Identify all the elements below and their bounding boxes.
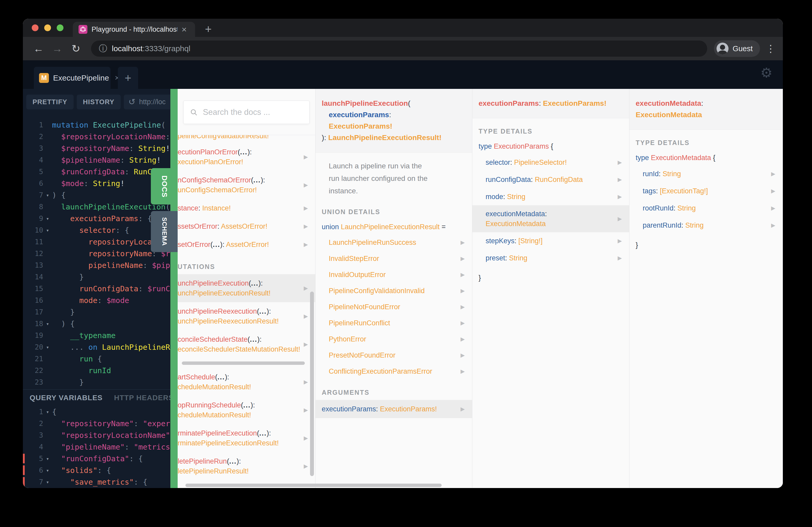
docs-item-partial[interactable]: pelineConfigValidationResult!	[178, 135, 315, 143]
editor-line[interactable]: 22 runId	[23, 365, 170, 376]
editor-line[interactable]: 12 repositoryName: $repositoryName	[23, 247, 170, 259]
docs-union-member[interactable]: ConflictingExecutionParamsError▶	[316, 363, 472, 379]
tab-docs[interactable]: DOCS	[151, 168, 178, 205]
playground-new-tab-button[interactable]: +	[118, 67, 138, 89]
fold-toggle-icon[interactable]: ▾	[43, 215, 52, 222]
docs-item[interactable]: nConfigSchemaOrError(...):unConfigSchema…	[178, 171, 315, 199]
editor-line[interactable]: 8 launchPipelineExecution(	[23, 201, 170, 213]
zoom-window-button[interactable]	[57, 25, 63, 31]
fold-toggle-icon[interactable]: ▾	[43, 227, 52, 234]
docs-item[interactable]: stance: Instance!▶	[178, 199, 315, 217]
fold-toggle-icon[interactable]: ▾	[43, 455, 52, 462]
docs-item[interactable]: ecutionPlanOrError(...):xecutionPlanOrEr…	[178, 143, 315, 171]
close-window-button[interactable]	[32, 25, 39, 31]
history-button[interactable]: HISTORY	[77, 94, 121, 109]
editor-line[interactable]: 10▾ selector: {	[23, 224, 170, 236]
docs-search-input[interactable]	[203, 108, 303, 117]
docs-union-member[interactable]: PipelineRunConflict▶	[316, 315, 472, 331]
editor-line[interactable]: 6▾ "solids": {	[23, 464, 170, 476]
docs-search-box[interactable]	[183, 101, 309, 124]
docs-item[interactable]: preset: String▶	[472, 250, 629, 267]
docs-item[interactable]: unchPipelineReexecution(...):unchPipelin…	[178, 302, 315, 330]
editor-line[interactable]: 2 "repositoryName": "exper	[23, 418, 170, 429]
editor-line[interactable]: 18▾ ) {	[23, 318, 170, 330]
vertical-scrollbar-thumb[interactable]	[310, 291, 314, 476]
editor-line[interactable]: 5▾ "runConfigData": {	[23, 453, 170, 464]
editor-line[interactable]: 1▾{	[23, 406, 170, 418]
variables-editor[interactable]: 1▾{2 "repositoryName": "exper3 "reposito…	[23, 406, 170, 488]
minimize-window-button[interactable]	[44, 25, 51, 31]
docs-union-member[interactable]: PipelineNotFoundError▶	[316, 299, 472, 315]
reload-icon[interactable]: ↻	[68, 43, 84, 55]
fold-toggle-icon[interactable]: ▾	[43, 321, 52, 327]
profile-button[interactable]: Guest	[714, 40, 760, 57]
browser-menu-icon[interactable]: ⋮	[766, 43, 775, 54]
address-bar[interactable]: ⓘ localhost:3333/graphql	[91, 41, 707, 57]
editor-line[interactable]: 4 "pipelineName": "metrics	[23, 441, 170, 453]
docs-item[interactable]: mode: String▶	[472, 188, 629, 205]
fold-toggle-icon[interactable]: ▾	[43, 409, 52, 415]
browser-tab[interactable]: Playground - http://localhost:3 ×	[73, 22, 195, 37]
editor-line[interactable]: 7▾ "save_metrics": {	[23, 476, 170, 488]
docs-item[interactable]: executionParams: ExecutionParams!▶	[316, 400, 472, 418]
back-icon[interactable]: ←	[30, 43, 47, 55]
editor-line[interactable]: 21 run {	[23, 353, 170, 365]
editor-line[interactable]: 3 "repositoryLocationName":	[23, 429, 170, 441]
docs-union-member[interactable]: PipelineConfigValidationInvalid▶	[316, 283, 472, 299]
fold-toggle-icon[interactable]: ▾	[43, 192, 52, 198]
editor-line[interactable]: 23 }	[23, 376, 170, 388]
prettify-button[interactable]: PRETTIFY	[26, 94, 74, 109]
editor-line[interactable]: 5 $runConfigData: RunConfigData!	[23, 166, 170, 178]
editor-line[interactable]: 1mutation ExecutePipeline(	[23, 119, 170, 131]
editor-line[interactable]: 2 $repositoryLocationName: String!	[23, 131, 170, 142]
editor-line[interactable]: 15 runConfigData: $runConfigData	[23, 283, 170, 295]
fold-toggle-icon[interactable]: ▾	[43, 344, 52, 350]
editor-line[interactable]: 6 $mode: String!	[23, 178, 170, 189]
docs-union-member[interactable]: PythonError▶	[316, 331, 472, 347]
editor-line[interactable]: 16 mode: $mode	[23, 295, 170, 306]
tab-query-variables[interactable]: QUERY VARIABLES	[30, 394, 103, 402]
docs-item[interactable]: artSchedule(...):cheduleMutationResult!▶	[178, 368, 315, 396]
docs-item[interactable]: tags: [ExecutionTag!]▶	[629, 182, 783, 199]
docs-item[interactable]: concileSchedulerState(...):econcileSched…	[178, 330, 315, 358]
editor-line[interactable]: 4 $pipelineName: String!	[23, 154, 170, 166]
docs-union-member[interactable]: PresetNotFoundError▶	[316, 347, 472, 363]
horizontal-scrollbar-thumb[interactable]	[186, 484, 441, 487]
docs-union-member[interactable]: LaunchPipelineRunSuccess▶	[316, 235, 472, 251]
fold-toggle-icon[interactable]: ▾	[43, 479, 52, 485]
editor-line[interactable]: 17 }	[23, 306, 170, 318]
docs-item[interactable]: runConfigData: RunConfigData▶	[472, 171, 629, 188]
playground-tab[interactable]: M ExecutePipeline ×	[34, 67, 111, 89]
editor-line[interactable]: 9▾ executionParams: {	[23, 213, 170, 224]
editor-line[interactable]: 13 pipelineName: $pipelineName	[23, 259, 170, 271]
forward-icon[interactable]: →	[49, 43, 66, 55]
docs-item[interactable]: runId: String▶	[629, 165, 783, 182]
docs-item[interactable]: ssetsOrError: AssetsOrError!▶	[178, 217, 315, 236]
site-info-icon[interactable]: ⓘ	[99, 43, 107, 54]
docs-item[interactable]: stepKeys: [String!]▶	[472, 232, 629, 250]
docs-item[interactable]: unchPipelineExecution(...):unchPipelineE…	[178, 274, 315, 302]
settings-gear-icon[interactable]: ⚙	[760, 65, 772, 80]
docs-union-member[interactable]: InvalidOutputError▶	[316, 267, 472, 283]
editor-line[interactable]: 19 __typename	[23, 330, 170, 341]
fold-toggle-icon[interactable]: ▾	[43, 467, 52, 473]
docs-item[interactable]: parentRunId: String▶	[629, 217, 783, 234]
endpoint-url-input[interactable]: ↺ http://loc	[124, 94, 170, 109]
editor-line[interactable]: 7▾) {	[23, 189, 170, 201]
editor-line[interactable]: 14 }	[23, 271, 170, 283]
docs-union-member[interactable]: InvalidStepError▶	[316, 251, 472, 267]
editor-line[interactable]: 3 $repositoryName: String!	[23, 142, 170, 154]
docs-item[interactable]: letePipelineRun(...):letePipelineRunResu…	[178, 452, 315, 480]
docs-item[interactable]: rootRunId: String▶	[629, 199, 783, 217]
horizontal-scrollbar-thumb[interactable]	[182, 361, 305, 365]
tab-http-headers[interactable]: HTTP HEADERS	[114, 394, 170, 402]
editor-line[interactable]: 11 repositoryLocationName: $repositoryLo…	[23, 236, 170, 247]
docs-item[interactable]: rminatePipelineExecution(...):rminatePip…	[178, 424, 315, 452]
docs-item[interactable]: setOrError(...): AssetOrError!▶	[178, 236, 315, 254]
editor-line[interactable]: 20▾ ... on LaunchPipelineRunSuccess {	[23, 341, 170, 353]
tab-schema[interactable]: SCHEMA	[151, 211, 178, 252]
docs-item[interactable]: executionMetadata:ExecutionMetadata▶	[472, 205, 629, 232]
new-tab-button[interactable]: +	[205, 24, 212, 35]
endpoint-reload-icon[interactable]: ↺	[129, 97, 135, 107]
docs-item[interactable]: selector: PipelineSelector!▶	[472, 154, 629, 171]
